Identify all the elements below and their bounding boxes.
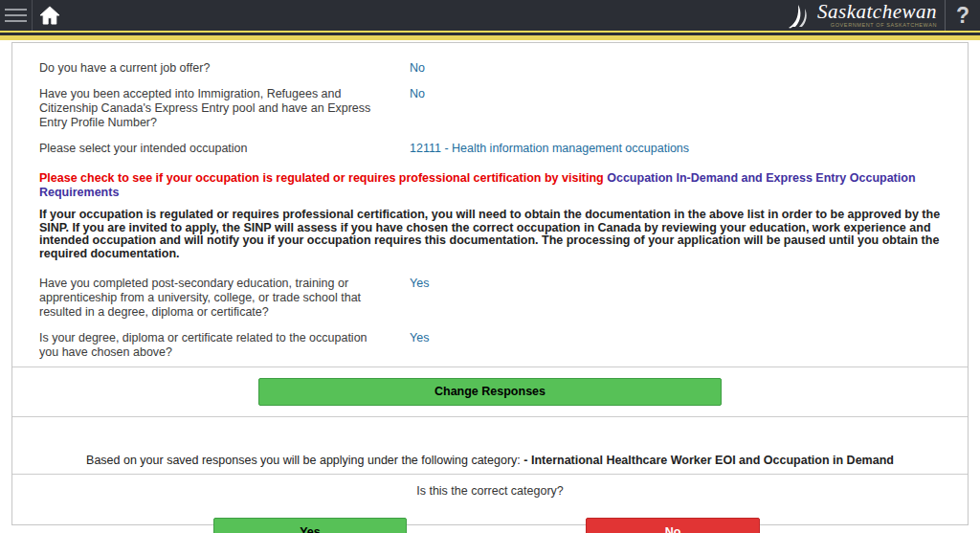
warning-text: Please check to see if your occupation i… (39, 171, 607, 185)
application-review-panel: Do you have a current job offer? No Have… (11, 42, 969, 525)
question-label: Have you been accepted into Immigration,… (39, 87, 384, 130)
question-row-education: Have you completed post-secondary educat… (39, 277, 941, 320)
regulation-warning: Please check to see if your occupation i… (39, 171, 941, 200)
question-answer: Yes (410, 331, 429, 345)
wheat-sheaf-icon (787, 2, 812, 29)
gold-stripe-thick (0, 35, 980, 40)
home-icon (39, 6, 60, 25)
question-label: Do you have a current job offer? (39, 61, 384, 76)
brand-name: Saskatchewan (817, 2, 937, 22)
confirm-yes-button[interactable]: Yes (213, 518, 407, 533)
saskatchewan-logo: Saskatchewan GOVERNMENT OF SASKATCHEWAN (787, 0, 946, 31)
question-answer: No (410, 61, 425, 76)
question-answer: Yes (410, 277, 429, 291)
question-mark-icon: ? (956, 3, 969, 29)
question-row-express-entry: Have you been accepted into Immigration,… (39, 87, 941, 130)
category-confirm-section: Is this the correct category? Yes No (12, 475, 968, 533)
change-responses-section: Change Responses (12, 367, 968, 416)
confirm-buttons-row: Yes No (12, 518, 968, 533)
category-prefix: Based on your saved responses you will b… (86, 454, 523, 467)
menu-icon[interactable] (0, 0, 33, 31)
question-label: Please select your intended occupation (39, 142, 384, 156)
question-answer: No (410, 87, 425, 101)
question-row-job-offer: Do you have a current job offer? No (39, 61, 941, 76)
documentation-notice: If your occupation is regulated or requi… (39, 209, 941, 260)
confirm-question: Is this the correct category? (12, 484, 968, 498)
question-label: Is your degree, diploma or certificate r… (39, 331, 384, 360)
category-value: - International Healthcare Worker EOI an… (523, 454, 894, 467)
brand-subtitle: GOVERNMENT OF SASKATCHEWAN (831, 23, 937, 29)
question-label: Have you completed post-secondary educat… (39, 277, 384, 320)
category-result-section: Based on your saved responses you will b… (12, 417, 968, 474)
occupation-answer-link[interactable]: 12111 - Health information management oc… (410, 142, 689, 156)
change-responses-button[interactable]: Change Responses (258, 378, 722, 406)
question-row-occupation: Please select your intended occupation 1… (39, 142, 941, 156)
question-row-related-credential: Is your degree, diploma or certificate r… (39, 331, 941, 360)
saved-responses-section: Do you have a current job offer? No Have… (12, 43, 968, 360)
confirm-no-button[interactable]: No (586, 518, 760, 533)
home-button[interactable] (33, 0, 67, 31)
top-navigation-bar: Saskatchewan GOVERNMENT OF SASKATCHEWAN … (0, 0, 980, 31)
help-button[interactable]: ? (946, 0, 980, 31)
